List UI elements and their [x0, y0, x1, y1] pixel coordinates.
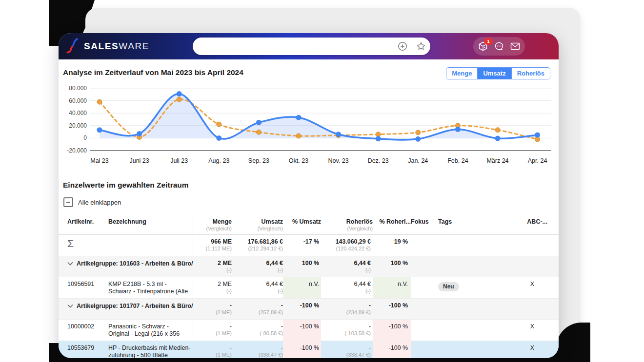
table-column-divider: [193, 215, 193, 358]
add-button[interactable]: [393, 38, 412, 55]
cell-fokus: [411, 341, 438, 359]
cell-pct_roherloes: 19 %: [373, 235, 411, 256]
cell-bezeichnung: KMP E218B - 5.3 ml - Schwarz - Tintenpat…: [108, 277, 193, 298]
svg-text:März 24: März 24: [486, 157, 508, 164]
chat-button[interactable]: [493, 40, 505, 53]
column-header-pct_umsatz[interactable]: % Umsatz: [283, 215, 321, 234]
brand-logo[interactable]: SALESWARE: [66, 33, 149, 59]
chat-icon: [493, 40, 505, 52]
cell-menge: 2 ME(-): [193, 256, 232, 277]
table-row[interactable]: 10956591KMP E218B - 5.3 ml - Schwarz - T…: [59, 277, 559, 299]
column-header-artikelnr[interactable]: Artikelnr.: [67, 215, 108, 234]
column-header-bezeichnung[interactable]: Bezeichnung: [108, 215, 193, 234]
cell-roherloes: 6,44 €(-): [321, 277, 373, 298]
cell-tags: [438, 341, 497, 359]
svg-text:-20.000: -20.000: [67, 147, 87, 154]
cell-pct_umsatz: -100 %: [283, 320, 321, 341]
star-icon: [416, 41, 426, 52]
cell-pct_umsatz: -100 %: [283, 299, 321, 320]
svg-text:Sep. 23: Sep. 23: [248, 157, 269, 164]
cell-abc: [497, 299, 559, 320]
column-header-abc[interactable]: ABC-...: [497, 215, 559, 234]
cell-roherloes: 143.060,29 €(120.424,22 €): [321, 235, 373, 256]
toggle-menge[interactable]: Menge: [446, 68, 477, 79]
svg-text:Jan. 24: Jan. 24: [408, 157, 428, 164]
svg-text:Juni 23: Juni 23: [129, 157, 149, 164]
column-header-fokus[interactable]: Fokus: [411, 215, 438, 234]
cell-umsatz: 6,44 €(-): [232, 277, 283, 298]
cell-pct_roherloes: -100 %: [373, 341, 411, 359]
svg-text:Apr. 24: Apr. 24: [528, 157, 547, 164]
cell-umsatz: 176.681,86 €(212.284,12 €): [232, 235, 283, 256]
favorite-button[interactable]: [412, 38, 430, 55]
cell-fokus: [411, 320, 438, 341]
cell-pct_roherloes: 100 %: [373, 256, 411, 277]
cell-pct_roherloes: -100 %: [373, 320, 411, 341]
cell-menge: -(1 ME): [193, 320, 232, 341]
chart-title: Analyse im Zeitverlauf von Mai 2023 bis …: [63, 68, 243, 77]
indeterminate-dash-icon: [66, 202, 70, 203]
search-input[interactable]: [193, 42, 393, 50]
svg-text:60.000: 60.000: [69, 97, 87, 104]
svg-text:80.000: 80.000: [69, 85, 87, 92]
cell-menge: 2 ME(-): [193, 277, 232, 298]
cell-fokus: [411, 277, 438, 298]
collapse-all-row: Alle einklappen: [63, 197, 121, 207]
cell-tags: [438, 299, 497, 320]
svg-text:40.000: 40.000: [69, 110, 87, 116]
group-label: Artikelgruppe: 101603 - Arbeiten & Büro/…: [67, 256, 193, 277]
toggle-umsatz[interactable]: Umsatz: [477, 68, 511, 79]
group-row[interactable]: Artikelgruppe: 101707 - Arbeiten & Büro/…: [59, 299, 559, 320]
toggle-roherlös[interactable]: Roherlös: [511, 68, 550, 79]
salesware-swoosh-icon: [66, 38, 80, 55]
table-row[interactable]: 10553679HP - Druckerbasis mit Medien-zuf…: [59, 341, 559, 359]
table-row[interactable]: 10000002Panasonic - Schwarz - Original -…: [59, 320, 559, 341]
header-icon-group: 1: [473, 37, 525, 56]
svg-text:Okt. 23: Okt. 23: [289, 157, 308, 164]
cell-pct_roherloes: n.V.: [373, 277, 411, 298]
cell-roherloes: -(234,89 €): [321, 299, 373, 320]
cell-fokus: [411, 256, 438, 277]
cell-umsatz: -(338,47 €): [232, 341, 283, 359]
orders-button[interactable]: 1: [477, 40, 489, 53]
chevron-down-icon[interactable]: [67, 304, 73, 308]
column-header-pct_roherloes[interactable]: % Roherl...: [373, 215, 411, 234]
cell-abc: X: [497, 277, 559, 298]
cell-pct_umsatz: 100 %: [283, 256, 321, 277]
cell-umsatz: -(-80,58 €): [232, 320, 283, 341]
brand-name: SALESWARE: [84, 41, 149, 52]
svg-text:0: 0: [83, 134, 87, 141]
cell-bezeichnung: HP - Druckerbasis mit Medien-zuführung -…: [108, 341, 193, 359]
collapse-all-label: Alle einklappen: [78, 199, 121, 206]
cell-roherloes: -(-103,58 €): [321, 320, 373, 341]
tag-badge: Neu: [438, 282, 459, 291]
app-header: SALESWARE 1: [59, 33, 559, 59]
cell-pct_umsatz: -100 %: [283, 341, 321, 359]
cell-abc: X: [497, 320, 559, 341]
sigma-icon: Σ: [67, 235, 108, 256]
group-row[interactable]: Artikelgruppe: 101603 - Arbeiten & Büro/…: [59, 256, 559, 278]
cell-roherloes: -(338,47 €): [321, 341, 373, 359]
detail-table: Artikelnr.BezeichnungMenge(Vergleich)Ums…: [59, 215, 559, 358]
svg-text:Dez. 23: Dez. 23: [368, 157, 389, 164]
svg-text:Nov. 23: Nov. 23: [328, 157, 349, 164]
column-header-umsatz[interactable]: Umsatz(Vergleich): [232, 215, 283, 234]
column-header-menge[interactable]: Menge(Vergleich): [193, 215, 232, 234]
svg-text:Juli 23: Juli 23: [170, 157, 188, 164]
summary-row: Σ966 ME(1.112 ME)176.681,86 €(212.284,12…: [59, 235, 559, 256]
cell-menge: 966 ME(1.112 ME): [193, 235, 232, 256]
chevron-down-icon[interactable]: [67, 262, 73, 266]
cell-menge: -(2 ME): [193, 299, 232, 320]
cell-artikelnr: 10956591: [67, 277, 108, 298]
column-header-tags[interactable]: Tags: [438, 215, 497, 234]
column-header-roherloes[interactable]: Roherlös(Vergleich): [321, 215, 373, 234]
cell-tags: Neu: [438, 277, 497, 298]
mail-button[interactable]: [509, 40, 522, 53]
table-header-row: Artikelnr.BezeichnungMenge(Vergleich)Ums…: [59, 215, 559, 235]
cell-pct_umsatz: -17 %: [283, 235, 321, 256]
table-section-title: Einzelwerte im gewählten Zeitraum: [63, 181, 189, 190]
collapse-all-checkbox[interactable]: [63, 197, 73, 207]
cell-abc: [497, 235, 559, 256]
cell-menge: -(1 ME): [193, 341, 232, 359]
timeline-chart: 80.00060.00040.00020.0000-20.000Mai 23Ju…: [59, 84, 559, 172]
